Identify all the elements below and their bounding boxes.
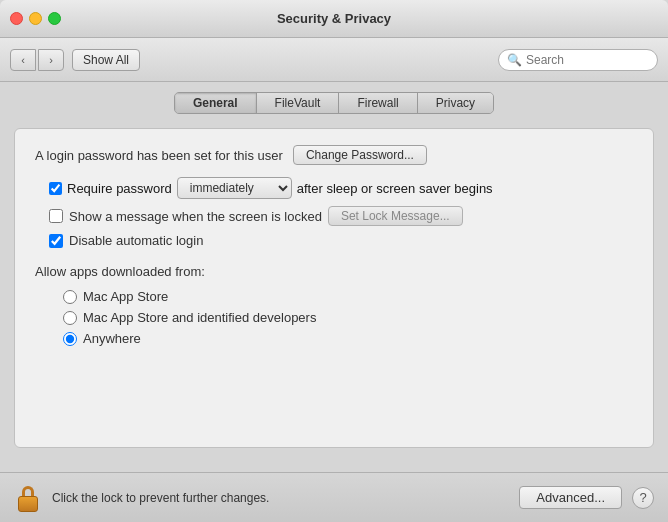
- anywhere-radio-row: Anywhere: [63, 331, 633, 346]
- window-title: Security & Privacy: [277, 11, 391, 26]
- app-store-label[interactable]: Mac App Store: [83, 289, 168, 304]
- lock-shackle: [22, 486, 34, 496]
- app-store-identified-radio[interactable]: [63, 311, 77, 325]
- back-button[interactable]: ‹: [10, 49, 36, 71]
- password-timing-dropdown[interactable]: immediately 5 seconds 1 minute 5 minutes…: [177, 177, 292, 199]
- minimize-button[interactable]: [29, 12, 42, 25]
- close-button[interactable]: [10, 12, 23, 25]
- lock-icon[interactable]: [14, 484, 42, 512]
- checkbox-section: Require password immediately 5 seconds 1…: [49, 177, 633, 248]
- search-icon: 🔍: [507, 53, 522, 67]
- tab-general[interactable]: General: [175, 93, 257, 113]
- traffic-lights: [10, 12, 61, 25]
- tab-filevault[interactable]: FileVault: [257, 93, 340, 113]
- advanced-button[interactable]: Advanced...: [519, 486, 622, 509]
- require-password-row: Require password immediately 5 seconds 1…: [49, 177, 633, 199]
- app-store-radio[interactable]: [63, 290, 77, 304]
- set-lock-message-button[interactable]: Set Lock Message...: [328, 206, 463, 226]
- main-content: General FileVault Firewall Privacy A log…: [0, 82, 668, 472]
- radio-section: Mac App Store Mac App Store and identifi…: [63, 289, 633, 346]
- nav-buttons: ‹ ›: [10, 49, 64, 71]
- require-password-checkbox[interactable]: [49, 182, 62, 195]
- tab-firewall[interactable]: Firewall: [339, 93, 417, 113]
- disable-auto-login-checkbox[interactable]: [49, 234, 63, 248]
- tab-privacy[interactable]: Privacy: [418, 93, 493, 113]
- forward-button[interactable]: ›: [38, 49, 64, 71]
- toolbar: ‹ › Show All 🔍: [0, 38, 668, 82]
- tabs-container: General FileVault Firewall Privacy: [14, 92, 654, 114]
- app-store-identified-label[interactable]: Mac App Store and identified developers: [83, 310, 316, 325]
- app-store-identified-radio-row: Mac App Store and identified developers: [63, 310, 633, 325]
- show-message-label[interactable]: Show a message when the screen is locked: [69, 209, 322, 224]
- change-password-button[interactable]: Change Password...: [293, 145, 427, 165]
- show-all-button[interactable]: Show All: [72, 49, 140, 71]
- disable-auto-login-row: Disable automatic login: [49, 233, 633, 248]
- title-bar: Security & Privacy: [0, 0, 668, 38]
- tabs: General FileVault Firewall Privacy: [174, 92, 494, 114]
- anywhere-label[interactable]: Anywhere: [83, 331, 141, 346]
- lock-text: Click the lock to prevent further change…: [52, 491, 509, 505]
- search-input[interactable]: [526, 53, 649, 67]
- show-message-checkbox[interactable]: [49, 209, 63, 223]
- lock-body: [18, 496, 38, 512]
- help-button[interactable]: ?: [632, 487, 654, 509]
- disable-auto-login-label[interactable]: Disable automatic login: [69, 233, 203, 248]
- maximize-button[interactable]: [48, 12, 61, 25]
- login-password-row: A login password has been set for this u…: [35, 145, 633, 165]
- general-panel: A login password has been set for this u…: [14, 128, 654, 448]
- require-password-label[interactable]: Require password: [67, 181, 172, 196]
- after-sleep-text: after sleep or screen saver begins: [297, 181, 493, 196]
- search-box: 🔍: [498, 49, 658, 71]
- bottom-bar: Click the lock to prevent further change…: [0, 472, 668, 522]
- allow-apps-label: Allow apps downloaded from:: [35, 264, 633, 279]
- app-store-radio-row: Mac App Store: [63, 289, 633, 304]
- anywhere-radio[interactable]: [63, 332, 77, 346]
- login-password-text: A login password has been set for this u…: [35, 148, 283, 163]
- show-message-row: Show a message when the screen is locked…: [49, 206, 633, 226]
- allow-apps-section: Allow apps downloaded from: Mac App Stor…: [35, 264, 633, 346]
